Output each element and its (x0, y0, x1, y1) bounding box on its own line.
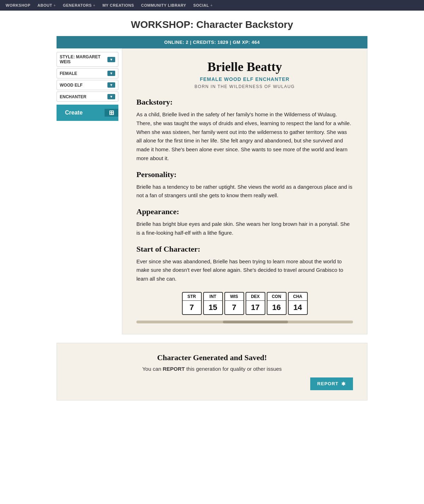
stat-value: 15 (204, 301, 222, 314)
gender-dropdown-arrow: ▼ (107, 71, 115, 76)
appearance-text: Brielle has bright blue eyes and pale sk… (136, 220, 353, 238)
character-birthplace: BORN IN THE WILDERNESS OF WULAUG (136, 84, 353, 89)
nav-social[interactable]: SOCIAL + (193, 3, 213, 7)
start-text: Ever since she was abandoned, Brielle ha… (136, 257, 353, 283)
nav-my-creations[interactable]: MY CREATIONS (102, 3, 134, 7)
personality-heading: Personality: (136, 170, 353, 179)
stat-label: DEX (246, 293, 265, 301)
stat-label: WIS (225, 293, 243, 301)
stat-label: INT (204, 293, 222, 301)
stat-box-wis: WIS 7 (224, 292, 244, 315)
stats-container: STR 7 INT 15 WIS 7 DEX 17 CON 16 CHA 14 (136, 292, 353, 315)
personality-text: Brielle has a tendency to be rather upti… (136, 183, 353, 200)
scroll-thumb (223, 321, 288, 323)
style-dropdown[interactable]: STYLE: MARGARET WEIS ▼ (57, 52, 118, 67)
navbar: WORKSHOP ABOUT + GENERATORS + MY CREATIO… (0, 0, 424, 11)
sidebar: STYLE: MARGARET WEIS ▼ FEMALE ▼ WOOD ELF… (57, 48, 118, 334)
nav-about-plus: + (54, 4, 56, 7)
appearance-heading: Appearance: (136, 207, 353, 216)
character-subtitle: FEMALE WOOD ELF ENCHANTER (136, 76, 353, 82)
nav-generators-plus: + (93, 4, 95, 7)
save-notice: Character Generated and Saved! You can R… (57, 343, 367, 400)
save-title: Character Generated and Saved! (71, 353, 353, 362)
stat-box-dex: DEX 17 (246, 292, 265, 315)
class-dropdown-arrow: ▼ (107, 94, 115, 99)
page-title: WORKSHOP: Character Backstory (0, 19, 424, 30)
create-card-icon: ⊞ (105, 109, 118, 117)
style-dropdown-arrow: ▼ (107, 57, 115, 62)
report-button[interactable]: REPORT ✱ (310, 377, 353, 390)
backstory-heading: Backstory: (136, 98, 353, 107)
nav-workshop[interactable]: WORKSHOP (6, 3, 30, 7)
content-area: Brielle Beatty FEMALE WOOD ELF ENCHANTER… (122, 48, 367, 334)
class-dropdown[interactable]: ENCHANTER ▼ (57, 92, 118, 102)
stat-value: 16 (267, 301, 286, 314)
backstory-text: As a child, Brielle lived in the safety … (136, 110, 353, 163)
create-button[interactable]: Create ⊞ (57, 105, 118, 121)
report-icon: ✱ (341, 381, 346, 387)
nav-about[interactable]: ABOUT + (37, 3, 56, 7)
gender-dropdown[interactable]: FEMALE ▼ (57, 68, 118, 78)
nav-community-library[interactable]: COMMUNITY LIBRARY (141, 3, 186, 7)
stat-box-cha: CHA 14 (288, 292, 308, 315)
main-layout: STYLE: MARGARET WEIS ▼ FEMALE ▼ WOOD ELF… (57, 48, 367, 334)
stat-value: 14 (289, 301, 307, 314)
stat-label: STR (183, 293, 201, 301)
report-row: REPORT ✱ (71, 377, 353, 390)
nav-social-plus: + (210, 4, 212, 7)
start-heading: Start of Character: (136, 245, 353, 254)
stat-value: 7 (225, 301, 243, 314)
status-bar: ONLINE: 2 | CREDITS: 1829 | GM XP: 464 (57, 36, 367, 48)
stat-value: 17 (246, 301, 265, 314)
stat-value: 7 (183, 301, 201, 314)
stat-box-int: INT 15 (203, 292, 223, 315)
stat-box-str: STR 7 (182, 292, 202, 315)
race-dropdown-arrow: ▼ (107, 82, 115, 88)
stat-box-con: CON 16 (267, 292, 287, 315)
race-dropdown[interactable]: WOOD ELF ▼ (57, 80, 118, 90)
save-text: You can REPORT this generation for quali… (71, 366, 353, 372)
scroll-indicator[interactable] (136, 321, 353, 323)
stat-label: CHA (289, 293, 307, 301)
stat-label: CON (267, 293, 286, 301)
nav-generators[interactable]: GENERATORS + (63, 3, 95, 7)
character-name: Brielle Beatty (136, 59, 353, 74)
